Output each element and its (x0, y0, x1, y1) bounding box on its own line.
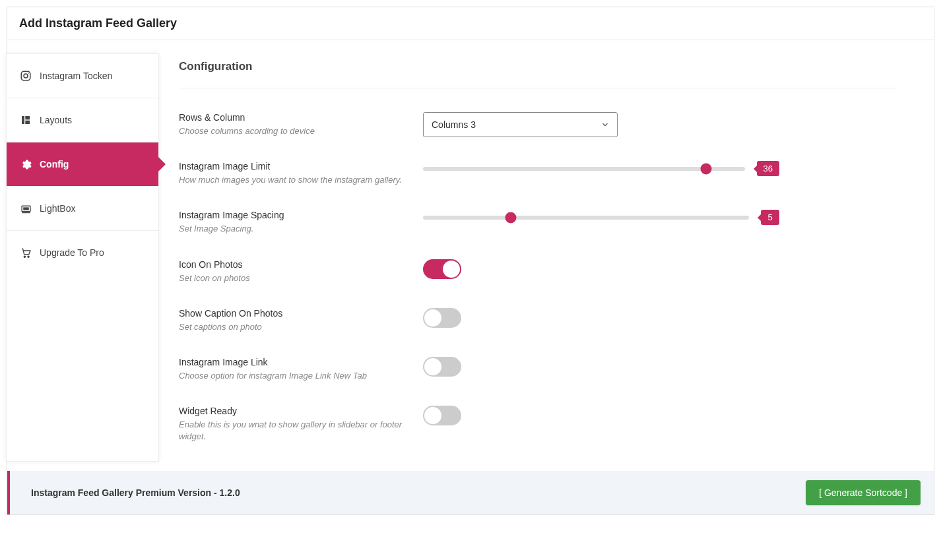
slider-thumb[interactable] (505, 212, 517, 223)
sidebar-item-upgrade[interactable]: Upgrade To Pro (7, 231, 158, 274)
field-desc: Choose option for instagram Image Link N… (179, 370, 403, 382)
sidebar-item-config[interactable]: Config (7, 142, 158, 187)
content-area: Configuration Rows & Column Choose colum… (159, 53, 934, 462)
sidebar-item-layouts[interactable]: Layouts (7, 98, 158, 142)
sidebar-item-label: LightBox (40, 203, 75, 214)
svg-rect-3 (22, 116, 24, 124)
instagram-icon (20, 70, 32, 82)
field-show-caption: Show Caption On Photos Set captions on p… (179, 296, 897, 345)
field-desc: Set icon on photos (179, 272, 403, 284)
image-link-toggle[interactable] (423, 357, 461, 377)
field-columns: Rows & Column Choose columns acording to… (179, 100, 897, 149)
sidebar: Instagram Tocken Layouts (6, 53, 159, 462)
layouts-icon (20, 114, 32, 126)
sidebar-item-label: Upgrade To Pro (40, 247, 104, 258)
image-spacing-value: 5 (761, 210, 779, 225)
slider-thumb[interactable] (701, 163, 712, 174)
svg-rect-7 (23, 207, 29, 210)
gear-icon (20, 158, 32, 170)
field-widget-ready: Widget Ready Enable this is you wnat to … (179, 394, 897, 454)
field-desc: How much images you want to show the ins… (179, 174, 403, 186)
field-label: Show Caption On Photos (179, 308, 403, 319)
columns-select[interactable]: Columns 3 (423, 112, 618, 137)
field-image-limit: Instagram Image Limit How much images yo… (179, 149, 897, 198)
field-image-link: Instagram Image Link Choose option for i… (179, 345, 897, 394)
svg-point-1 (24, 74, 28, 78)
svg-rect-5 (25, 121, 30, 124)
field-label: Instagram Image Spacing (179, 210, 403, 220)
sidebar-item-label: Instagram Tocken (40, 71, 112, 81)
footer-bar: Instagram Feed Gallery Premium Version -… (7, 471, 934, 514)
lightbox-icon (20, 202, 32, 214)
field-desc: Enable this is you wnat to show gallery … (179, 419, 403, 443)
sidebar-item-instagram-token[interactable]: Instagram Tocken (7, 54, 158, 98)
field-label: Widget Ready (179, 406, 403, 416)
main-panel: Add Instagram Feed Gallery Instagram Toc… (7, 7, 934, 515)
svg-point-10 (27, 256, 28, 257)
icon-on-photos-toggle[interactable] (423, 259, 461, 279)
page-title: Add Instagram Feed Gallery (19, 16, 922, 30)
section-title: Configuration (179, 60, 897, 88)
field-label: Instagram Image Limit (179, 161, 403, 171)
image-spacing-slider[interactable] (423, 216, 749, 220)
image-limit-value: 36 (757, 161, 779, 176)
svg-rect-0 (21, 71, 30, 80)
svg-rect-4 (25, 116, 30, 119)
field-desc: Set Image Spacing. (179, 223, 403, 235)
field-desc: Set captions on photo (179, 321, 403, 333)
sidebar-item-label: Config (40, 159, 69, 170)
panel-header: Add Instagram Feed Gallery (7, 7, 934, 40)
field-desc: Choose columns acording to device (179, 125, 403, 137)
sidebar-item-lightbox[interactable]: LightBox (7, 187, 158, 231)
show-caption-toggle[interactable] (423, 308, 461, 328)
cart-icon (20, 247, 32, 259)
svg-point-2 (28, 73, 29, 74)
image-limit-slider[interactable] (423, 167, 745, 171)
generate-shortcode-button[interactable]: [ Generate Sortcode ] (806, 480, 921, 505)
field-image-spacing: Instagram Image Spacing Set Image Spacin… (179, 198, 897, 247)
widget-ready-toggle[interactable] (423, 406, 461, 425)
footer-text: Instagram Feed Gallery Premium Version -… (31, 487, 240, 498)
field-icon-on-photos: Icon On Photos Set icon on photos (179, 247, 897, 296)
field-label: Icon On Photos (179, 259, 403, 270)
sidebar-item-label: Layouts (40, 115, 72, 125)
field-label: Rows & Column (179, 112, 403, 123)
svg-point-9 (24, 256, 25, 257)
field-label: Instagram Image Link (179, 357, 403, 367)
